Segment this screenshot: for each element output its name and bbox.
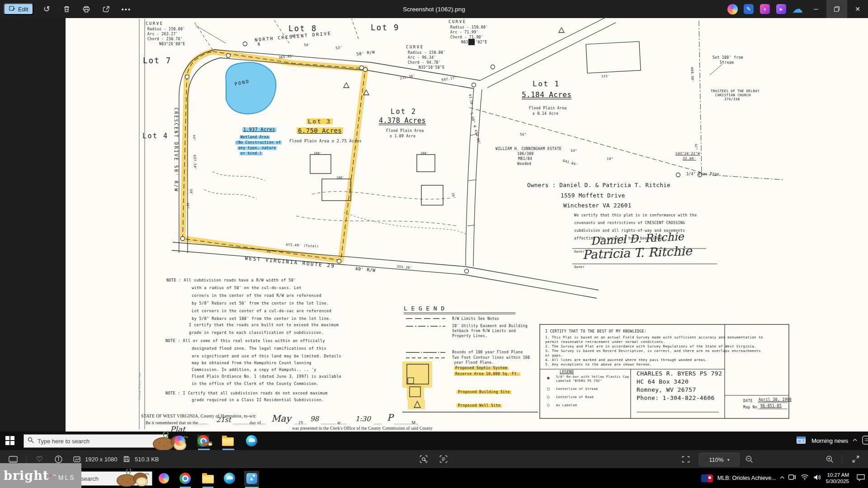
taskbar-explorer-icon[interactable] (222, 435, 234, 447)
star-icon: ✶ (49, 474, 52, 478)
watermark-mls-text: MLS (58, 474, 75, 481)
restore-button[interactable] (826, 0, 847, 18)
copilot-icon[interactable] (724, 0, 741, 18)
visual-search-icon[interactable] (416, 450, 431, 468)
close-button[interactable]: ✕ (847, 0, 868, 18)
mlb-news-icon[interactable] (701, 474, 713, 482)
news-widget-icon (796, 436, 806, 446)
creative-tool-icon[interactable]: ◗ (757, 0, 773, 18)
taskbar-explorer-icon[interactable] (202, 472, 214, 484)
delete-icon[interactable] (60, 2, 73, 16)
search-placeholder: Type here to search (38, 438, 90, 445)
plat-map-image[interactable] (66, 18, 868, 432)
status-divider (842, 455, 842, 464)
potato-cursor-overlay (202, 440, 213, 446)
zoom-in-icon[interactable] (823, 450, 836, 468)
clock-time: 10:27 AM (826, 472, 849, 478)
meet-now-icon[interactable] (788, 474, 796, 483)
tray-icon-partial[interactable] (862, 435, 868, 447)
title-bar: Edit ↺ ••• Screenshot (1062).png ✎ ◗ ▸ ☁… (0, 0, 868, 18)
wifi-icon[interactable] (801, 474, 809, 482)
status-divider (26, 455, 27, 464)
trademark-symbol: ™ (53, 474, 56, 477)
taskbar-clock[interactable]: 10:27 AM 5/30/2025 (826, 472, 849, 485)
zoom-level-dropdown[interactable]: 110% ▾ (699, 453, 740, 466)
watermark-text: bright (4, 469, 49, 483)
rotate-icon[interactable]: ↺ (40, 2, 53, 16)
clipchamp-icon[interactable]: ▸ (773, 0, 789, 18)
taskbar-copilot-icon[interactable] (174, 435, 186, 447)
system-taskbar: search ▲ MLB: Orioles Achieve... ^ (0, 468, 868, 488)
edit-image-icon (9, 5, 15, 13)
chevron-down-icon: ▾ (727, 457, 730, 462)
taskbar-edge-icon[interactable] (245, 435, 258, 447)
edit-label: Edit (18, 6, 28, 13)
designer-edit-icon[interactable]: ✎ (741, 0, 757, 18)
onedrive-icon[interactable]: ☁ (789, 0, 806, 18)
bright-mls-watermark: bright ✶ ™ MLS (0, 463, 81, 488)
embedded-taskbar: Type here to search Morning news ^ (0, 432, 868, 450)
fullscreen-icon[interactable] (848, 450, 863, 468)
share-icon[interactable] (99, 2, 113, 16)
taskbar-edge-icon[interactable] (223, 472, 236, 484)
notifications-icon[interactable] (856, 474, 865, 483)
fit-to-window-icon[interactable] (678, 450, 693, 468)
potato-image (115, 469, 151, 488)
taskbar-chrome-icon[interactable] (197, 435, 209, 447)
taskbar-photos-icon[interactable]: ▲ (244, 471, 259, 486)
file-size: 510.3 KB (135, 450, 159, 468)
minimize-button[interactable]: ─ (806, 0, 826, 18)
taskbar-chrome-icon[interactable] (179, 472, 191, 484)
image-dimensions: 868 x 488 (85, 450, 118, 468)
photos-app-window: Edit ↺ ••• Screenshot (1062).png ✎ ◗ ▸ ☁… (0, 0, 868, 488)
volume-icon[interactable] (813, 474, 821, 483)
filesize-icon (120, 450, 133, 468)
more-options-icon[interactable]: ••• (119, 2, 133, 16)
news-widget-label[interactable]: Morning news (811, 437, 848, 444)
print-icon[interactable] (80, 2, 93, 16)
text-actions-icon[interactable] (436, 450, 451, 468)
chevron-up-icon[interactable]: ^ (853, 437, 857, 444)
news-ticker[interactable]: MLB: Orioles Achieve... (717, 475, 776, 481)
search-icon (28, 437, 34, 445)
clock-date: 5/30/2025 (826, 478, 849, 484)
zoom-out-icon[interactable] (742, 450, 756, 468)
zoom-level-value: 110% (709, 456, 723, 463)
start-button[interactable] (5, 435, 15, 448)
edit-button[interactable]: Edit (4, 3, 33, 15)
system-search-input[interactable]: search (78, 471, 152, 486)
tray-chevron-up-icon[interactable]: ^ (780, 475, 784, 482)
photos-status-bar: ♡ 868 x 488 510.3 KB 110% ▾ (0, 450, 868, 468)
system-search-text: search (81, 475, 99, 482)
search-input[interactable]: Type here to search (24, 434, 168, 448)
taskbar-copilot-icon[interactable] (158, 472, 170, 484)
